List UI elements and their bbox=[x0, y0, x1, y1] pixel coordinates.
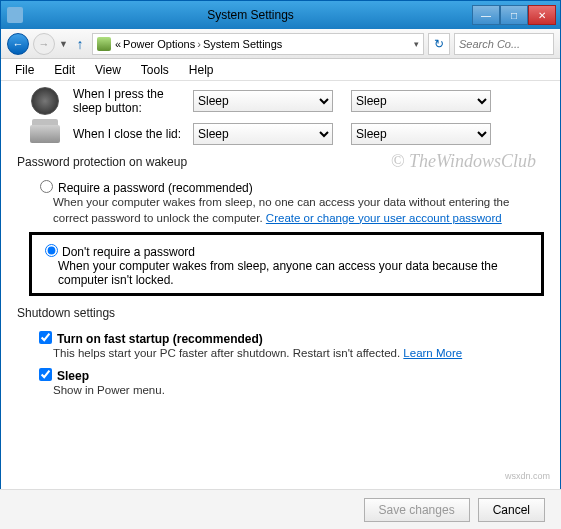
lid-icon bbox=[30, 125, 60, 143]
require-password-desc: When your computer wakes from sleep, no … bbox=[53, 195, 544, 226]
fast-startup-checkbox[interactable] bbox=[39, 331, 52, 344]
require-password-option: Require a password (recommended) When yo… bbox=[35, 177, 544, 226]
password-section-title: Password protection on wakeup bbox=[17, 155, 544, 169]
menu-view[interactable]: View bbox=[85, 61, 131, 79]
require-password-radio-label[interactable]: Require a password (recommended) bbox=[35, 181, 253, 195]
dont-require-password-text: Don't require a password bbox=[62, 245, 195, 259]
dont-require-password-radio[interactable] bbox=[45, 244, 58, 257]
menu-help[interactable]: Help bbox=[179, 61, 224, 79]
sleep-text: Sleep bbox=[57, 369, 89, 383]
fast-startup-text: Turn on fast startup (recommended) bbox=[57, 332, 263, 346]
cancel-button[interactable]: Cancel bbox=[478, 498, 545, 522]
breadcrumb-prefix: « bbox=[115, 38, 121, 50]
shutdown-section-title: Shutdown settings bbox=[17, 306, 544, 320]
breadcrumb[interactable]: « Power Options › System Settings ▾ bbox=[92, 33, 424, 55]
save-button[interactable]: Save changes bbox=[364, 498, 470, 522]
back-button[interactable]: ← bbox=[7, 33, 29, 55]
change-password-link[interactable]: Create or change your user account passw… bbox=[266, 212, 502, 224]
lid-plugged-select[interactable]: Sleep bbox=[351, 123, 491, 145]
refresh-button[interactable]: ↻ bbox=[428, 33, 450, 55]
sleep-button-label: When I press the sleep button: bbox=[73, 87, 193, 115]
fast-startup-option: Turn on fast startup (recommended) This … bbox=[35, 328, 544, 359]
credit: wsxdn.com bbox=[1, 471, 560, 481]
menu-tools[interactable]: Tools bbox=[131, 61, 179, 79]
sleep-checkbox-label[interactable]: Sleep bbox=[35, 369, 89, 383]
content-area: © TheWindowsClub When I press the sleep … bbox=[1, 81, 560, 471]
dont-require-password-radio-label[interactable]: Don't require a password bbox=[40, 245, 195, 259]
sleep-icon bbox=[31, 87, 59, 115]
learn-more-link[interactable]: Learn More bbox=[403, 347, 462, 359]
up-button[interactable]: ↑ bbox=[72, 33, 88, 55]
lid-label: When I close the lid: bbox=[73, 127, 193, 141]
chevron-right-icon: › bbox=[197, 38, 201, 50]
fast-startup-desc: This helps start your PC faster after sh… bbox=[53, 347, 544, 359]
sleep-plugged-select[interactable]: Sleep bbox=[351, 90, 491, 112]
lid-row: When I close the lid: Sleep Sleep bbox=[17, 123, 544, 145]
title-bar: System Settings — □ ✕ bbox=[1, 1, 560, 29]
close-button[interactable]: ✕ bbox=[528, 5, 556, 25]
dont-require-password-desc: When your computer wakes from sleep, any… bbox=[58, 259, 533, 287]
fast-startup-checkbox-label[interactable]: Turn on fast startup (recommended) bbox=[35, 332, 263, 346]
app-icon bbox=[7, 7, 23, 23]
breadcrumb-dropdown-icon[interactable]: ▾ bbox=[414, 39, 419, 49]
window-title: System Settings bbox=[29, 8, 472, 22]
require-password-radio[interactable] bbox=[40, 180, 53, 193]
sleep-button-row: When I press the sleep button: Sleep Sle… bbox=[17, 87, 544, 115]
footer-bar: Save changes Cancel bbox=[0, 489, 561, 529]
maximize-button[interactable]: □ bbox=[500, 5, 528, 25]
menu-file[interactable]: File bbox=[5, 61, 44, 79]
sleep-option: Sleep Show in Power menu. bbox=[35, 365, 544, 396]
forward-button[interactable]: → bbox=[33, 33, 55, 55]
sleep-checkbox[interactable] bbox=[39, 368, 52, 381]
minimize-button[interactable]: — bbox=[472, 5, 500, 25]
breadcrumb-part1[interactable]: Power Options bbox=[123, 38, 195, 50]
search-input[interactable] bbox=[454, 33, 554, 55]
folder-icon bbox=[97, 37, 111, 51]
dont-require-password-option: Don't require a password When your compu… bbox=[29, 232, 544, 296]
nav-bar: ← → ▼ ↑ « Power Options › System Setting… bbox=[1, 29, 560, 59]
lid-battery-select[interactable]: Sleep bbox=[193, 123, 333, 145]
menu-bar: File Edit View Tools Help bbox=[1, 59, 560, 81]
sleep-desc: Show in Power menu. bbox=[53, 384, 544, 396]
require-password-text: Require a password (recommended) bbox=[58, 181, 253, 195]
history-dropdown-icon[interactable]: ▼ bbox=[59, 39, 68, 49]
menu-edit[interactable]: Edit bbox=[44, 61, 85, 79]
breadcrumb-part2[interactable]: System Settings bbox=[203, 38, 282, 50]
sleep-battery-select[interactable]: Sleep bbox=[193, 90, 333, 112]
